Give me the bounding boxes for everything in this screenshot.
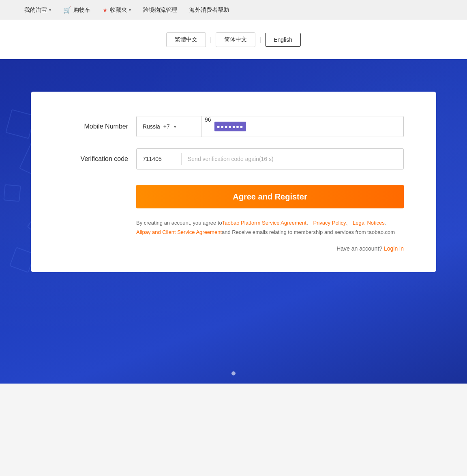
agreement-suffix: and Receive emails relating to membershi… [222, 229, 395, 235]
register-button-wrap: Agree and Register [63, 181, 404, 218]
agreement-prefix: By creating an account, you agree to [136, 220, 222, 226]
privacy-policy-link[interactable]: Privacy Policy [313, 220, 346, 226]
nav-cart-label: 购物车 [73, 6, 90, 14]
verification-code-value: 711405 [143, 156, 175, 162]
country-name: Russia [143, 123, 160, 130]
nav-my-taobao[interactable]: 我的淘宝 ▾ [24, 6, 51, 14]
nav-favorites-label: 收藏夾 [110, 6, 127, 14]
login-row: Have an account? Login in [136, 245, 404, 252]
language-selector: 繁體中文 | 简体中文 | English [0, 20, 467, 59]
login-link[interactable]: Login in [384, 245, 404, 252]
nav-my-taobao-label: 我的淘宝 [24, 6, 47, 14]
legal-notices-link[interactable]: Legal Notices [353, 220, 385, 226]
verification-code-label: Verification code [63, 155, 136, 163]
have-account-text: Have an account? [336, 245, 382, 252]
verification-code-row: Verification code 711405 Send verificati… [63, 148, 404, 169]
phone-highlighted-number: ●●●●●●● [214, 122, 246, 131]
phone-number-field[interactable]: ●●●●●●● [214, 116, 403, 137]
nav-logistics[interactable]: 跨境物流管理 [143, 6, 177, 14]
nav-favorites[interactable]: ★ 收藏夾 ▾ [103, 6, 131, 14]
bottom-decorative-dot [231, 371, 236, 375]
nav-help-label: 海外消费者帮助 [189, 6, 229, 14]
verification-input-wrap: 711405 Send verification code again(16 s… [136, 148, 404, 169]
lang-separator-2: | [259, 36, 261, 43]
mobile-input-wrap: Russia +7 ▼ 96 ●●●●●●● [136, 116, 404, 137]
agreement-text: By creating an account, you agree toTaob… [136, 218, 404, 237]
nav-logistics-label: 跨境物流管理 [143, 6, 177, 14]
mobile-input-group: Russia +7 ▼ 96 ●●●●●●● [136, 116, 404, 137]
sep2: 、 [346, 220, 351, 226]
register-button[interactable]: Agree and Register [136, 185, 404, 208]
verification-divider [181, 153, 182, 165]
send-verification-again-button[interactable]: Send verification code again(16 s) [188, 156, 274, 162]
sep1: 、 [306, 220, 312, 226]
nav-cart[interactable]: 🛒 购物车 [63, 6, 90, 14]
star-icon: ★ [103, 7, 108, 13]
agreement-section: By creating an account, you agree toTaob… [63, 218, 404, 252]
lang-separator-1: | [210, 36, 212, 43]
nav-help[interactable]: 海外消费者帮助 [189, 6, 229, 14]
country-code: +7 [163, 123, 170, 130]
favorites-chevron-icon: ▾ [129, 8, 131, 12]
lang-traditional-chinese[interactable]: 繁體中文 [166, 32, 206, 47]
registration-form-card: Mobile Number Russia +7 ▼ 96 ●●●●●●● Ver… [31, 92, 436, 272]
main-section: Mobile Number Russia +7 ▼ 96 ●●●●●●● Ver… [0, 59, 467, 384]
mobile-number-label: Mobile Number [63, 123, 136, 130]
taobao-agreement-link[interactable]: Taobao Platform Service Agreement [222, 220, 306, 226]
mobile-number-row: Mobile Number Russia +7 ▼ 96 ●●●●●●● [63, 116, 404, 137]
verification-input-group[interactable]: 711405 Send verification code again(16 s… [136, 148, 404, 169]
phone-prefix-display: 96 [201, 116, 214, 137]
alipay-agreement-link[interactable]: Alipay and Client Service Agreement [136, 229, 222, 235]
lang-simplified-chinese[interactable]: 简体中文 [216, 32, 255, 47]
country-dropdown-icon: ▼ [173, 124, 177, 129]
lang-english[interactable]: English [265, 33, 301, 47]
sep3: 、 [385, 220, 390, 226]
country-selector[interactable]: Russia +7 ▼ [137, 116, 201, 137]
cart-icon: 🛒 [63, 6, 71, 14]
my-taobao-chevron-icon: ▾ [49, 8, 51, 12]
top-nav: 我的淘宝 ▾ 🛒 购物车 ★ 收藏夾 ▾ 跨境物流管理 海外消费者帮助 [0, 0, 467, 20]
